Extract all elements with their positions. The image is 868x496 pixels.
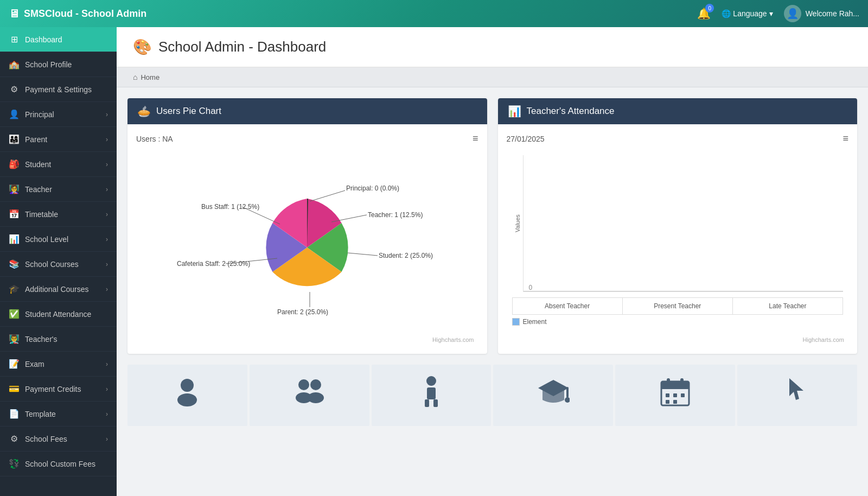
additional-courses-icon: 🎓 — [9, 284, 20, 294]
brand-icon: 🖥 — [9, 8, 20, 20]
chevron-right-icon: › — [106, 260, 108, 268]
page-title: School Admin - Dashboard — [158, 39, 326, 55]
sidebar-item-student[interactable]: 🎒 Student › — [0, 152, 117, 177]
attendance-date: 27/01/2025 — [507, 135, 545, 143]
app-body: ⊞ Dashboard 🏫 School Profile ⚙ Payment &… — [0, 27, 868, 496]
attendance-chart-menu[interactable]: ≡ — [843, 133, 848, 144]
svg-rect-21 — [667, 378, 670, 385]
school-fees-icon: ⚙ — [9, 434, 20, 444]
sidebar-item-school-courses[interactable]: 📚 School Courses › — [0, 252, 117, 277]
teacher-icon: 👩‍🏫 — [9, 184, 20, 194]
student-attendance-icon: ✅ — [9, 309, 20, 319]
sidebar-item-payment-settings[interactable]: ⚙ Payment & Settings — [0, 77, 117, 102]
user-label: Welcome Rah... — [806, 9, 859, 18]
sidebar-item-student-attendance[interactable]: ✅ Student Attendance — [0, 302, 117, 327]
svg-point-7 — [177, 393, 197, 406]
timetable-icon: 📅 — [9, 209, 20, 219]
pie-chart-icon: 🥧 — [137, 105, 151, 118]
label-student: Student: 2 (25.0%) — [379, 252, 433, 259]
sidebar-item-school-custom-fees[interactable]: 💱 School Custom Fees — [0, 452, 117, 476]
chevron-right-icon: › — [106, 211, 108, 218]
sidebar-label-dashboard: Dashboard — [25, 35, 62, 44]
sidebar-item-left: 📄 Template — [9, 409, 56, 419]
sidebar-item-payment-credits[interactable]: 💳 Payment Credits › — [0, 377, 117, 402]
sidebar-item-exam[interactable]: 📝 Exam › — [0, 352, 117, 377]
tab-absent-teacher[interactable]: Absent Teacher — [513, 298, 623, 314]
sidebar-item-principal[interactable]: 👤 Principal › — [0, 102, 117, 127]
sidebar-item-additional-courses[interactable]: 🎓 Additional Courses › — [0, 277, 117, 302]
y-axis-label: Values — [512, 155, 523, 292]
sidebar-label-additional-courses: Additional Courses — [25, 285, 89, 294]
attendance-chart-body: 27/01/2025 ≡ Values 0 — [498, 124, 858, 354]
chevron-right-icon: › — [106, 111, 108, 118]
notification-badge: 0 — [705, 4, 714, 12]
sidebar-item-teachers[interactable]: 👨‍🏫 Teacher's — [0, 327, 117, 352]
legend-color-box — [512, 318, 520, 326]
charts-row: 🥧 Users Pie Chart Users : NA ≡ — [127, 98, 857, 354]
group-tile-icon — [293, 377, 326, 412]
svg-rect-14 — [425, 399, 429, 407]
template-icon: 📄 — [9, 409, 20, 419]
svg-point-6 — [181, 379, 194, 392]
sidebar-label-school-fees: School Fees — [25, 435, 67, 443]
svg-rect-13 — [427, 387, 436, 399]
sidebar-label-parent: Parent — [25, 135, 47, 144]
sidebar-item-left: ⊞ Dashboard — [9, 34, 62, 44]
users-chart-menu[interactable]: ≡ — [473, 133, 478, 144]
tile-pointer[interactable] — [737, 365, 857, 426]
sidebar-label-teachers: Teacher's — [25, 335, 57, 344]
sidebar-item-left: 💳 Payment Credits — [9, 384, 81, 394]
school-courses-icon: 📚 — [9, 259, 20, 269]
sidebar-item-school-fees[interactable]: ⚙ School Fees › — [0, 427, 117, 452]
sidebar: ⊞ Dashboard 🏫 School Profile ⚙ Payment &… — [0, 27, 117, 496]
chevron-down-icon: ▾ — [769, 9, 773, 18]
sidebar-item-left: 💱 School Custom Fees — [9, 459, 95, 469]
highcharts-credit-pie: Highcharts.com — [136, 334, 478, 345]
sidebar-item-school-profile[interactable]: 🏫 School Profile — [0, 52, 117, 77]
sidebar-item-left: 📚 School Courses — [9, 259, 79, 269]
breadcrumb-home: Home — [141, 73, 159, 81]
svg-rect-17 — [566, 387, 569, 398]
svg-point-8 — [298, 379, 309, 390]
sidebar-item-left: ⚙ School Fees — [9, 434, 67, 444]
chevron-right-icon: › — [106, 360, 108, 368]
sidebar-item-timetable[interactable]: 📅 Timetable › — [0, 202, 117, 227]
sidebar-label-student: Student — [25, 160, 51, 169]
svg-point-10 — [310, 379, 321, 390]
language-selector[interactable]: 🌐 Language ▾ — [722, 9, 773, 18]
user-menu[interactable]: 👤 Welcome Rah... — [784, 5, 859, 22]
tile-graduation[interactable] — [493, 365, 613, 426]
tile-calendar[interactable] — [615, 365, 735, 426]
svg-rect-20 — [661, 381, 689, 389]
sidebar-item-school-level[interactable]: 📊 School Level › — [0, 227, 117, 252]
sidebar-label-student-attendance: Student Attendance — [25, 310, 91, 319]
attendance-container: Values 0 Absent Teacher — [507, 150, 849, 334]
sidebar-item-left: 👩‍🏫 Teacher — [9, 184, 52, 194]
tile-user[interactable] — [127, 365, 247, 426]
sidebar-item-left: 📅 Timetable — [9, 209, 58, 219]
chevron-right-icon: › — [106, 236, 108, 243]
brand: 🖥 SMSCloud - School Admin — [9, 8, 146, 20]
sidebar-item-teacher[interactable]: 👩‍🏫 Teacher › — [0, 177, 117, 202]
tile-group[interactable] — [250, 365, 369, 426]
sidebar-item-parent[interactable]: 👨‍👩‍👧 Parent › — [0, 127, 117, 152]
notification-bell[interactable]: 🔔 0 — [697, 7, 711, 20]
sidebar-item-left: 👨‍🏫 Teacher's — [9, 334, 57, 344]
svg-point-11 — [308, 392, 324, 403]
tab-present-teacher[interactable]: Present Teacher — [623, 298, 733, 314]
chevron-right-icon: › — [106, 186, 108, 193]
svg-rect-15 — [433, 399, 438, 407]
tab-late-teacher[interactable]: Late Teacher — [733, 298, 843, 314]
tiles-row — [127, 365, 857, 426]
users-chart-title: Users Pie Chart — [156, 106, 221, 117]
svg-line-0 — [310, 190, 345, 201]
user-tile-icon — [174, 377, 201, 412]
sidebar-label-school-custom-fees: School Custom Fees — [25, 460, 95, 468]
sidebar-item-dashboard[interactable]: ⊞ Dashboard — [0, 27, 117, 52]
attendance-chart-title: Teacher's Attendance — [527, 106, 615, 117]
tile-person[interactable] — [372, 365, 492, 426]
attendance-chart-inner: 0 — [523, 155, 844, 292]
parent-icon: 👨‍👩‍👧 — [9, 134, 20, 144]
svg-rect-23 — [666, 393, 669, 397]
sidebar-item-template[interactable]: 📄 Template › — [0, 402, 117, 427]
